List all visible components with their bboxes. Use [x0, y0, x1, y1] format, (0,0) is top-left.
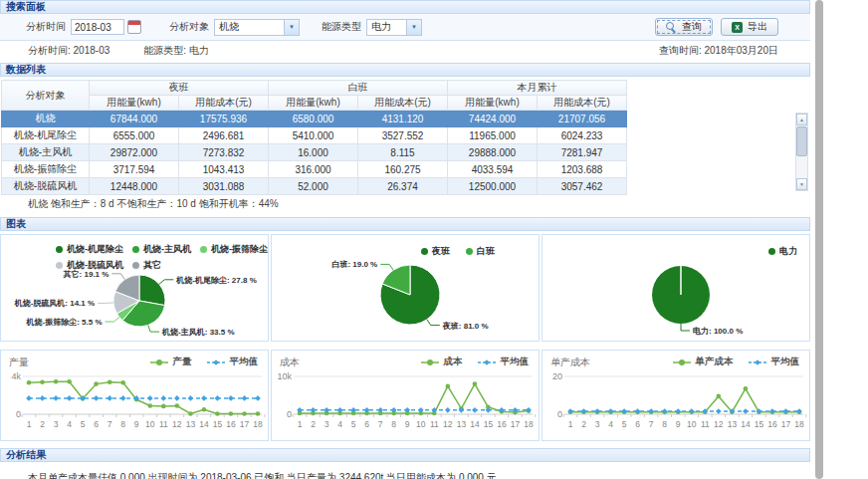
x-axis-tick-label: 2 [311, 419, 316, 429]
row-value-cell: 12500.000 [448, 178, 538, 195]
table-scrollbar[interactable]: ▲ ▼ [795, 113, 808, 191]
chevron-down-icon: ▼ [284, 20, 299, 35]
pie-label: 白班: 19.0 % [331, 260, 377, 269]
result-title: 分析结果 [6, 448, 46, 462]
avg-point [53, 395, 59, 401]
search-form: 分析时间 2018-03 分析对象 机烧 ▼ 能源类型 电力 ▼ 查询 导出 [0, 14, 810, 41]
shift-pie-box: 夜班白班夜班: 81.0 %白班: 19.0 % [271, 234, 540, 342]
x-axis-tick-label: 15 [755, 419, 764, 429]
calendar-icon[interactable] [127, 20, 141, 34]
col-group-month[interactable]: 本月累计 [448, 81, 627, 96]
avg-point [242, 395, 248, 401]
x-axis-tick-label: 17 [781, 419, 791, 429]
avg-point [743, 408, 749, 414]
summary-query-time: 查询时间: 2018年03月20日 [659, 44, 778, 58]
legend-item[interactable]: 平均值 [206, 356, 259, 368]
x-axis-tick-label: 1 [298, 419, 303, 429]
pie-label: 其它: 19.1 % [63, 269, 109, 279]
result-panel: 分析结果 本月单产成本最佳值 0.000 出现时间为 2018-03-06 已饱… [0, 448, 810, 479]
data-point [242, 411, 247, 416]
x-axis-tick-label: 3 [54, 419, 59, 429]
table-row[interactable]: 机烧67844.00017575.9366580.0004131.1207442… [2, 111, 627, 127]
row-value-cell: 3057.462 [538, 178, 627, 195]
table-area: 分析对象 夜班 白班 本月累计 用能量(kwh) 用能成本(元) 用能量(kwh… [0, 77, 810, 193]
col-header-energy[interactable]: 用能量(kwh) [448, 96, 538, 111]
col-header-cost[interactable]: 用能成本(元) [538, 96, 627, 111]
row-value-cell: 16.000 [269, 144, 358, 161]
col-header-energy[interactable]: 用能量(kwh) [90, 96, 179, 111]
legend-label: 平均值 [771, 356, 800, 368]
x-axis-tick-label: 5 [351, 419, 356, 429]
x-axis-tick-label: 2 [40, 419, 45, 429]
x-axis-tick-label: 11 [701, 419, 710, 429]
line-chart-cost: 10k0123456789101112131415161718 [272, 368, 539, 438]
export-button[interactable]: 导出 [721, 18, 778, 36]
row-value-cell: 3527.552 [358, 127, 448, 144]
analysis-object-value: 机烧 [219, 20, 239, 34]
pie-slice[interactable] [139, 275, 165, 306]
scroll-down-icon[interactable]: ▼ [796, 178, 807, 190]
scrollbar-thumb[interactable] [796, 126, 807, 156]
legend-item[interactable]: 单产成本 [672, 356, 734, 368]
col-header-cost[interactable]: 用能成本(元) [179, 96, 269, 111]
y-axis-zero-label: 0 [16, 409, 21, 419]
table-row[interactable]: 机烧-主风机29872.0007273.83216.0008.11529888.… [2, 144, 627, 161]
series-line [570, 388, 799, 411]
row-value-cell: 74424.000 [448, 111, 538, 127]
avg-marker-icon [748, 359, 767, 366]
x-axis-tick-label: 12 [714, 419, 724, 429]
table-row[interactable]: 机烧-脱硫风机12448.0003031.08852.00026.3741250… [2, 178, 627, 195]
x-axis-tick-label: 8 [120, 419, 125, 429]
x-axis-tick-label: 15 [484, 419, 494, 429]
x-axis-tick-label: 16 [767, 419, 777, 429]
col-group-night[interactable]: 夜班 [90, 81, 269, 96]
pie-label-leader [427, 320, 440, 326]
scroll-up-icon[interactable]: ▲ [796, 114, 807, 125]
x-axis-tick-label: 11 [430, 419, 439, 429]
analysis-object-select[interactable]: 机烧 ▼ [214, 19, 300, 36]
legend-item[interactable]: 成本 [420, 356, 463, 368]
table-row[interactable]: 机烧-机尾除尘6555.0002496.6815410.0003527.5521… [2, 127, 627, 144]
y-axis-zero-label: 0 [557, 409, 562, 419]
col-header-energy[interactable]: 用能量(kwh) [269, 96, 358, 111]
query-button[interactable]: 查询 [655, 18, 713, 36]
pie-label-leader [380, 264, 393, 270]
output-line-box: 产量产量平均值4k0123456789101112131415161718 [0, 350, 269, 441]
summary-analysis-time: 分析时间: 2018-03 [28, 44, 109, 58]
legend-item[interactable]: 平均值 [748, 356, 800, 368]
pie-chart-object-share: 机烧-机尾除尘: 27.8 %机烧-主风机: 33.5 %机烧-振筛除尘: 5.… [1, 235, 270, 343]
row-value-cell: 4033.594 [448, 161, 538, 178]
line-chart-title: 单产成本 [550, 356, 590, 369]
x-axis-tick-label: 18 [524, 419, 534, 429]
data-point [148, 403, 153, 408]
table-row[interactable]: 机烧-振筛除尘3717.5941043.413316.000160.275403… [2, 161, 627, 178]
summary-energy-type: 能源类型: 电力 [143, 44, 209, 58]
legend-item[interactable]: 平均值 [477, 356, 530, 368]
col-header-cost[interactable]: 用能成本(元) [358, 96, 448, 111]
avg-point [107, 395, 112, 401]
avg-point [796, 408, 802, 414]
row-value-cell: 29888.000 [448, 144, 538, 161]
col-group-day[interactable]: 白班 [269, 81, 448, 96]
col-header-object[interactable]: 分析对象 [2, 81, 90, 111]
legend-item[interactable]: 产量 [149, 356, 192, 368]
page-scrollbar[interactable] [815, 0, 823, 479]
row-value-cell: 6024.233 [538, 127, 627, 144]
scrollbar-track[interactable] [796, 125, 807, 178]
legend-label: 产量 [173, 356, 192, 368]
avg-point [689, 408, 695, 414]
energy-type-select[interactable]: 电力 ▼ [366, 19, 422, 36]
analysis-time-input[interactable]: 2018-03 [71, 19, 124, 35]
avg-point [648, 408, 654, 414]
object-pie-box: 机烧-机尾除尘机烧-主风机机烧-振筛除尘机烧-脱硫风机其它机烧-机尾除尘: 27… [0, 234, 269, 342]
x-axis-tick-label: 9 [676, 419, 681, 429]
x-axis-tick-label: 4 [67, 419, 72, 429]
x-axis-tick-label: 1 [27, 419, 32, 429]
x-axis-tick-label: 10 [687, 419, 697, 429]
x-axis-tick-label: 16 [497, 419, 507, 429]
data-point [215, 411, 220, 416]
x-axis-tick-label: 11 [159, 419, 168, 429]
x-axis-tick-label: 14 [470, 419, 480, 429]
x-axis-tick-label: 14 [741, 419, 751, 429]
x-axis-tick-label: 17 [240, 419, 250, 429]
